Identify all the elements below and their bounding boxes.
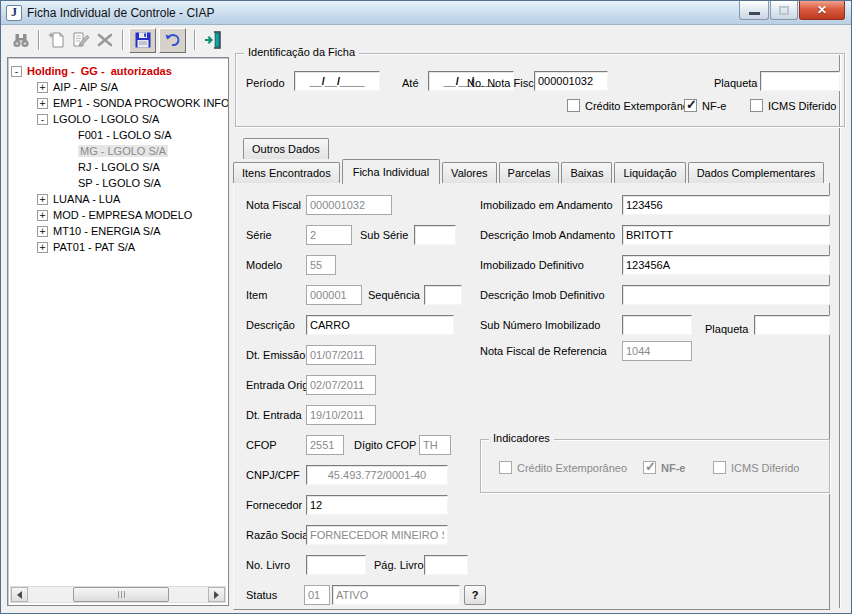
status-label: Status <box>246 589 277 601</box>
collapse-toggle-icon[interactable]: - <box>37 114 48 125</box>
expand-toggle-icon[interactable]: + <box>37 210 48 221</box>
digito-cfop-input[interactable] <box>419 435 451 455</box>
toolbar <box>1 26 851 54</box>
tab-row-upper: Outros Dados <box>243 138 331 159</box>
checkbox-icon[interactable] <box>750 99 763 112</box>
checkbox-icon[interactable] <box>713 461 726 474</box>
cfop-input[interactable] <box>306 435 344 455</box>
pag-livro-input[interactable] <box>424 555 468 575</box>
checkbox-checked-icon[interactable] <box>684 99 697 112</box>
scroll-left-button[interactable] <box>11 587 28 602</box>
scroll-left-icon <box>17 591 22 599</box>
sub-serie-input[interactable] <box>414 225 456 245</box>
exit-button[interactable] <box>201 28 225 52</box>
descricao-input[interactable] <box>306 315 454 335</box>
indicador-icms-checkbox[interactable]: ICMS Diferido <box>713 461 799 474</box>
minimize-button[interactable] <box>739 1 769 20</box>
icms-diferido-checkbox[interactable]: ICMS Diferido <box>750 99 836 112</box>
tree-item-sp[interactable]: SP - LGOLO S/A <box>8 175 228 191</box>
edit-document-icon <box>71 30 91 50</box>
tab-parcelas[interactable]: Parcelas <box>499 162 560 183</box>
nfe-checkbox[interactable]: NF-e <box>684 99 726 112</box>
razao-social-input[interactable] <box>306 525 448 545</box>
tab-valores[interactable]: Valores <box>442 162 496 183</box>
no-nota-fiscal-input[interactable] <box>534 71 608 91</box>
no-livro-input[interactable] <box>306 555 366 575</box>
toolbar-separator <box>38 30 40 50</box>
nf-referencia-input[interactable] <box>622 341 692 361</box>
maximize-icon <box>779 6 789 15</box>
checkbox-icon[interactable] <box>499 461 512 474</box>
identificacao-groupbox: Identificação da Ficha Período Até No. N… <box>235 53 845 127</box>
plaqueta2-input[interactable] <box>754 315 830 335</box>
sub-numero-imobilizado-input[interactable] <box>622 315 692 335</box>
tree-item-lgolo[interactable]: - LGOLO - LGOLO S/A <box>8 111 228 127</box>
maximize-button[interactable] <box>770 1 798 20</box>
save-button[interactable] <box>129 28 156 53</box>
indicador-nfe-checkbox[interactable]: NF-e <box>643 461 685 474</box>
tab-outros-dados[interactable]: Outros Dados <box>243 138 329 159</box>
expand-toggle-icon[interactable]: + <box>37 82 48 93</box>
tree-item-pat01[interactable]: + PAT01 - PAT S/A <box>8 239 228 255</box>
scrollbar-thumb[interactable] <box>73 587 169 602</box>
imob-definitivo-input[interactable] <box>622 255 830 275</box>
dt-entrada-input[interactable] <box>306 405 376 425</box>
checkbox-icon[interactable] <box>567 99 580 112</box>
sequencia-input[interactable] <box>424 285 462 305</box>
item-input[interactable] <box>306 285 362 305</box>
tab-liquidacao[interactable]: Liquidação <box>614 162 685 183</box>
plaqueta-input[interactable] <box>760 71 840 91</box>
nota-fiscal-input[interactable] <box>306 195 392 215</box>
tab-baixas[interactable]: Baixas <box>561 162 612 183</box>
delete-record-button[interactable] <box>93 28 117 52</box>
close-button[interactable]: ✕ <box>799 1 845 20</box>
status-code-input[interactable] <box>304 585 330 605</box>
desc-imob-definitivo-label: Descrição Imob Definitivo <box>480 289 605 301</box>
periodo-input[interactable] <box>294 71 380 91</box>
expand-toggle-icon[interactable]: + <box>37 226 48 237</box>
tab-ficha-individual[interactable]: Ficha Individual <box>342 159 440 184</box>
cnpj-cpf-input[interactable] <box>306 465 448 485</box>
desc-imob-definitivo-input[interactable] <box>622 285 830 305</box>
checkbox-checked-icon[interactable] <box>643 461 656 474</box>
expand-toggle-icon[interactable]: + <box>37 194 48 205</box>
nf-referencia-label: Nota Fiscal de Referencia <box>480 345 607 357</box>
undo-button[interactable] <box>159 28 186 53</box>
cnpj-cpf-label: CNPJ/CPF <box>246 469 300 481</box>
new-record-button[interactable] <box>45 28 69 52</box>
status-help-button[interactable]: ? <box>464 585 486 605</box>
tree-item-f001[interactable]: F001 - LGOLO S/A <box>8 127 228 143</box>
tab-row-lower: Itens Encontrados Ficha Individual Valor… <box>233 158 826 183</box>
tree-item-mg-selected[interactable]: MG - LGOLO S/A <box>8 143 228 159</box>
dt-emissao-input[interactable] <box>306 345 376 365</box>
indicador-credito-checkbox[interactable]: Crédito Extemporâneo <box>499 461 627 474</box>
serie-input[interactable] <box>306 225 352 245</box>
expand-toggle-icon[interactable]: + <box>37 242 48 253</box>
credito-extemporaneo-checkbox[interactable]: Crédito Extemporâneo <box>567 99 695 112</box>
tree-item-aip[interactable]: + AIP - AIP S/A <box>8 79 228 95</box>
tree-item-mod[interactable]: + MOD - EMPRESA MODELO <box>8 207 228 223</box>
desc-imob-andamento-label: Descrição Imob Andamento <box>480 229 615 241</box>
modelo-input[interactable] <box>306 255 336 275</box>
find-button[interactable] <box>9 28 33 52</box>
tree-item-luana[interactable]: + LUANA - LUA <box>8 191 228 207</box>
tree-item-rj[interactable]: RJ - LGOLO S/A <box>8 159 228 175</box>
tab-itens-encontrados[interactable]: Itens Encontrados <box>233 162 340 183</box>
entrada-orig-input[interactable] <box>306 375 376 395</box>
edit-record-button[interactable] <box>69 28 93 52</box>
groupbox-legend: Identificação da Ficha <box>244 46 359 58</box>
cfop-label: CFOP <box>246 439 277 451</box>
sub-numero-imobilizado-label: Sub Número Imobilizado <box>480 319 600 331</box>
tree-item-holding[interactable]: - Holding - GG - autorizadas <box>8 63 228 79</box>
status-desc-input[interactable] <box>332 585 460 605</box>
tab-dados-complementares[interactable]: Dados Complementares <box>688 162 825 183</box>
tree-item-emp1[interactable]: + EMP1 - SONDA PROCWORK INFOR <box>8 95 228 111</box>
expand-toggle-icon[interactable]: + <box>37 98 48 109</box>
scroll-right-button[interactable] <box>208 587 225 602</box>
tree-item-mt10[interactable]: + MT10 - ENERGIA S/A <box>8 223 228 239</box>
fornecedor-input[interactable] <box>306 495 448 515</box>
collapse-toggle-icon[interactable]: - <box>11 66 22 77</box>
tree-horizontal-scrollbar[interactable] <box>10 586 226 603</box>
desc-imob-andamento-input[interactable] <box>622 225 830 245</box>
imob-andamento-input[interactable] <box>622 195 830 215</box>
